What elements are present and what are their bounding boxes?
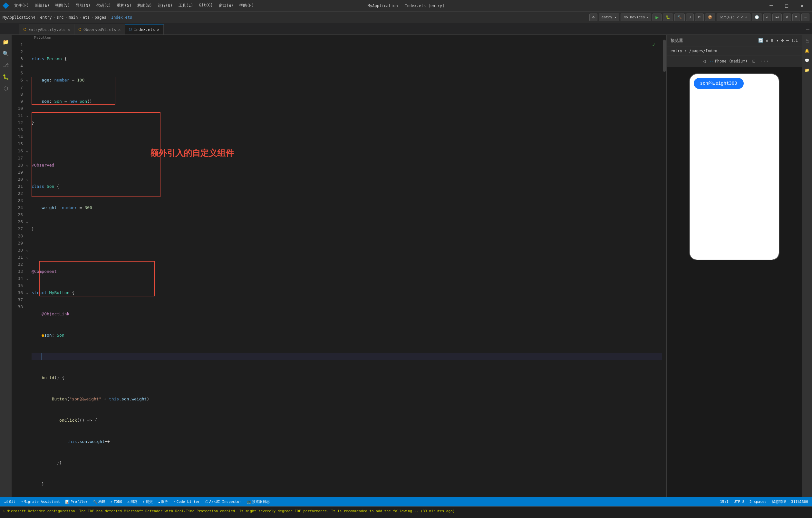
preview-back-btn[interactable]: ◁ [700,57,708,65]
menu-nav[interactable]: 导航(N) [73,2,93,9]
breadcrumb-entry[interactable]: entry [40,15,52,20]
menu-file[interactable]: 文件(F) [11,2,32,9]
right-sidebar-icon-3[interactable]: 💬 [803,57,811,64]
indent-label: 2 spaces [750,500,766,504]
status-profiler-label: Profiler [70,500,88,504]
clock-icon-btn[interactable]: 🕐 [752,13,762,21]
redo-btn[interactable]: ⏮ [772,13,782,21]
preview-grid-icon[interactable]: ⊞ [771,38,774,43]
preview-close-icon[interactable]: 1:1 [791,38,798,42]
breadcrumb-file[interactable]: Index.ets [111,15,132,20]
reload-btn[interactable]: ↺ [686,13,694,21]
menu-view[interactable]: 视图(V) [53,2,72,9]
status-linter[interactable]: ✓ Code Linter [172,500,201,504]
deploy-btn[interactable]: 📦 [705,13,715,21]
status-services-label: 服务 [161,499,168,504]
settings-icon-btn[interactable]: ⚙ [589,13,598,21]
git-status[interactable]: Git(G): ✓ ✓ ✓ [717,13,750,21]
status-migrate[interactable]: ⇢ Migrate Assistant [19,500,61,504]
entry-dropdown[interactable]: entry ▾ [599,13,619,21]
menu-edit[interactable]: 编辑(E) [32,2,52,9]
tab-close-index[interactable]: × [157,27,160,32]
status-preview-log[interactable]: 📺 预览器日志 [245,499,271,504]
close-button[interactable]: ✕ [794,0,809,11]
tab-index[interactable]: ⬡ Index.ets × [125,24,164,34]
preview-settings-icon[interactable]: ⚙ [781,38,784,43]
editor-scrollbar[interactable] [662,35,666,497]
code-text[interactable]: class Person { age: number = 100 son: So… [32,41,662,497]
editor-area[interactable]: MyButton 1 2 3 4 5 6 7 8 9 10 11 12 13 1… [11,35,666,497]
tabs-overflow-menu[interactable]: ⋯ [806,26,809,32]
activity-debug[interactable]: 🐛 [1,72,10,81]
line-col-label: 15:1 [720,500,729,504]
more-actions[interactable]: ⚙ [783,13,791,21]
right-sidebar-icon-4[interactable]: 📁 [803,66,811,74]
menu-tools[interactable]: 工具(L) [176,2,196,9]
debug-button[interactable]: 🐛 [663,13,673,21]
sync-btn[interactable]: ⟳ [695,13,704,21]
breadcrumb-ets[interactable]: ets [83,15,90,20]
status-todo[interactable]: ✔ TODO [109,500,123,504]
status-indent[interactable]: 2 spaces [748,500,768,504]
minimize-button[interactable]: ─ [764,0,779,11]
activity-search[interactable]: 🔍 [1,49,10,58]
preview-more-btn[interactable]: ··· [760,57,768,65]
git-icon: ⎇ [4,500,8,504]
undo-btn[interactable]: ↩ [763,13,772,21]
scrollbar-thumb[interactable] [663,40,666,72]
commit-icon: ⬆ [143,500,145,504]
menu-git[interactable]: Git(G) [196,2,215,9]
status-state-mgr[interactable]: 状态管理 [771,499,787,504]
title-bar: 文件(F) 编辑(E) 视图(V) 导航(N) 代码(C) 重构(S) 构建(B… [0,0,812,11]
dropdown-arrow-icon: ▾ [646,15,649,19]
maximize-button[interactable]: □ [779,0,794,11]
preview-refresh-icon[interactable]: ↺ [766,38,768,43]
menu-bar: 文件(F) 编辑(E) 视图(V) 导航(N) 代码(C) 重构(S) 构建(B… [11,2,257,9]
menu-window[interactable]: 窗口(W) [216,2,236,9]
tab-observedv2[interactable]: ⬡ ObservedV2.ets × [75,24,125,34]
status-commit[interactable]: ⬆ 提交 [141,499,154,504]
tab-entryability[interactable]: ⬡ EntryAbility.ets × [19,24,75,34]
right-sidebar-icon-2[interactable]: 🔔 [803,47,811,55]
tab-close-entryability[interactable]: × [68,27,70,32]
status-profiler[interactable]: 📊 Profiler [64,500,89,504]
breadcrumb-main[interactable]: main [69,15,78,20]
breadcrumb-src[interactable]: src [57,15,64,20]
menu-code[interactable]: 代码(C) [94,2,114,9]
preview-sync-icon[interactable]: 🔄 [758,38,763,43]
status-build[interactable]: 🔨 构建 [91,499,107,504]
settings-toolbar[interactable]: ─ [801,13,809,21]
code-line-11: @Component [32,268,662,275]
preview-split-btn[interactable]: ⊡ [750,57,758,65]
status-zoom[interactable]: 311%1300 [790,500,809,504]
status-issues[interactable]: ⚠ 问题 [126,499,139,504]
build-btn[interactable]: 🔨 [674,13,685,21]
status-encoding[interactable]: UTF-8 [732,500,746,504]
tab-close-observedv2[interactable]: × [118,27,120,32]
phone-mockup: son的weight300 [689,73,779,260]
menu-refactor[interactable]: 重构(S) [114,2,134,9]
search-toolbar[interactable]: ≡ [792,13,801,21]
preview-button[interactable]: son的weight300 [694,78,744,89]
menu-build[interactable]: 构建(B) [135,2,155,9]
status-arkui[interactable]: ⬡ ArkUI Inspector [204,500,243,504]
menu-run[interactable]: 运行(U) [155,2,175,9]
code-editor[interactable]: 1 2 3 4 5 6 7 8 9 10 11 12 13 14 15 16 1… [11,41,662,497]
status-git[interactable]: ⎇ Git [3,500,17,504]
run-button[interactable]: ▶ [652,13,662,21]
breadcrumb-pages[interactable]: pages [95,15,106,20]
activity-extensions[interactable]: ⬡ [1,84,10,93]
activity-git[interactable]: ⎇ [1,61,10,69]
preview-dropdown-icon[interactable]: ▾ [776,38,779,43]
breadcrumb-project[interactable]: MyApplication4 [3,15,35,20]
menu-help[interactable]: 帮助(H) [236,2,257,9]
code-line-12: struct MyButton { [32,289,662,296]
devices-dropdown[interactable]: No Devices ▾ [620,13,651,21]
status-line-col[interactable]: 15:1 [719,500,730,504]
right-sidebar-icon-1[interactable]: AI [803,37,811,45]
status-services[interactable]: ☁ 服务 [156,499,170,504]
preview-header: 预览器 🔄 ↺ ⊞ ▾ ⚙ ─ 1:1 [667,35,802,47]
no-devices-label: No Devices [624,15,645,19]
preview-more-icon[interactable]: ─ [786,38,789,43]
activity-explorer[interactable]: 📁 [1,37,10,47]
